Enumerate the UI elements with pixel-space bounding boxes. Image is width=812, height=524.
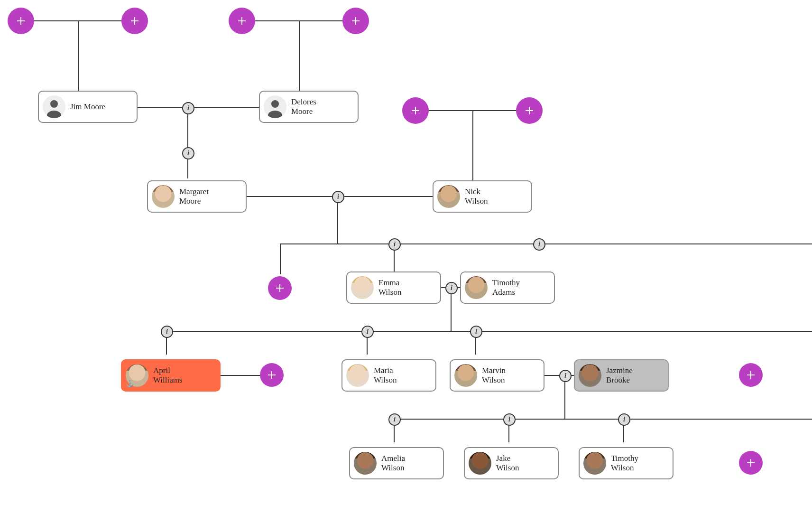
person-name: JakeWilson	[496, 454, 519, 473]
add-button[interactable]	[402, 97, 429, 124]
person-name: AmeliaWilson	[381, 454, 405, 473]
add-button[interactable]	[260, 363, 284, 387]
person-name: MarvinWilson	[482, 366, 506, 385]
info-icon[interactable]	[445, 282, 458, 294]
person-name: Jim Moore	[70, 102, 105, 112]
info-icon[interactable]	[361, 326, 374, 338]
person-name: AprilWilliams	[153, 366, 183, 385]
person-card-timothy-wilson[interactable]: TimothyWilson	[579, 447, 674, 479]
person-name: TimothyWilson	[611, 454, 638, 473]
person-name: EmmaWilson	[378, 278, 401, 298]
avatar	[152, 185, 175, 208]
avatar	[354, 452, 377, 475]
add-button[interactable]	[229, 8, 255, 34]
person-card-amelia-wilson[interactable]: AmeliaWilson	[349, 447, 444, 479]
add-button[interactable]	[516, 97, 543, 124]
person-name: MargaretMoore	[179, 187, 209, 206]
person-name: MariaWilson	[374, 366, 397, 385]
avatar	[469, 452, 491, 475]
info-icon[interactable]	[533, 238, 545, 251]
person-card-nick-wilson[interactable]: NickWilson	[433, 180, 532, 213]
info-icon[interactable]	[388, 413, 401, 426]
person-name: NickWilson	[465, 187, 488, 206]
info-icon[interactable]	[559, 370, 572, 382]
avatar	[579, 364, 601, 387]
avatar	[454, 364, 477, 387]
avatar-placeholder-icon	[264, 95, 286, 118]
person-card-emma-wilson[interactable]: EmmaWilson	[346, 271, 441, 304]
info-icon[interactable]	[182, 102, 194, 114]
add-button[interactable]	[342, 8, 369, 34]
add-button[interactable]	[8, 8, 34, 34]
person-card-maria-wilson[interactable]: MariaWilson	[341, 359, 436, 392]
person-name: TimothyAdams	[492, 278, 520, 298]
avatar	[583, 452, 606, 475]
info-icon[interactable]	[470, 326, 482, 338]
person-card-marvin-wilson[interactable]: MarvinWilson	[450, 359, 544, 392]
info-icon[interactable]	[332, 191, 344, 203]
person-card-margaret-moore[interactable]: MargaretMoore	[147, 180, 247, 213]
person-name: DeloresMoore	[291, 97, 316, 117]
info-icon[interactable]	[388, 238, 401, 251]
anchor-icon: ⚓	[126, 380, 134, 388]
avatar	[437, 185, 460, 208]
person-card-jim-moore[interactable]: Jim Moore	[38, 91, 138, 123]
person-card-jazmine-brooke[interactable]: JazmineBrooke	[574, 359, 669, 392]
add-button[interactable]	[121, 8, 148, 34]
person-name: JazmineBrooke	[606, 366, 633, 385]
info-icon[interactable]	[503, 413, 516, 426]
avatar-placeholder-icon	[43, 95, 65, 118]
person-card-timothy-adams[interactable]: TimothyAdams	[460, 271, 555, 304]
avatar	[351, 276, 374, 299]
info-icon[interactable]	[161, 326, 173, 338]
info-icon[interactable]	[182, 147, 194, 159]
avatar	[465, 276, 488, 299]
person-card-april-williams[interactable]: AprilWilliams ⚓	[121, 359, 221, 392]
add-button[interactable]	[739, 363, 763, 387]
person-card-delores-moore[interactable]: DeloresMoore	[259, 91, 359, 123]
person-card-jake-wilson[interactable]: JakeWilson	[464, 447, 559, 479]
avatar	[346, 364, 369, 387]
info-icon[interactable]	[618, 413, 630, 426]
add-button[interactable]	[739, 451, 763, 475]
add-button[interactable]	[268, 276, 292, 300]
